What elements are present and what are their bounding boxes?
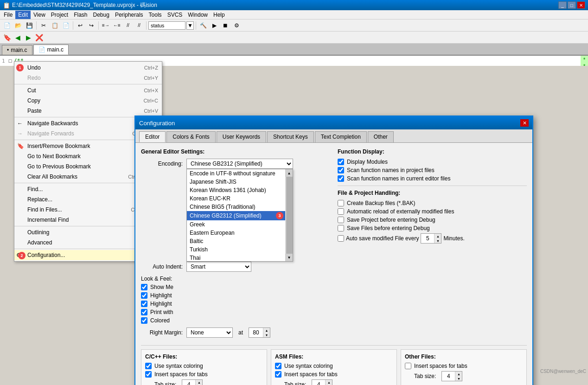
insert-spaces-asm-checkbox[interactable] bbox=[275, 371, 281, 378]
tab-text-completion[interactable]: Text Completion bbox=[315, 131, 367, 142]
use-syntax-cpp-checkbox[interactable] bbox=[145, 363, 152, 369]
menu-view[interactable]: View bbox=[31, 11, 48, 19]
menu-window[interactable]: Window bbox=[185, 11, 211, 19]
bookmark-btn[interactable]: 🔖 bbox=[2, 33, 12, 42]
minimize-button[interactable]: _ bbox=[558, 1, 567, 9]
tab-shortcut-keys[interactable]: Shortcut Keys bbox=[267, 131, 314, 142]
undo-btn[interactable]: ↩ bbox=[75, 21, 85, 30]
create-backup-checkbox[interactable] bbox=[338, 200, 344, 206]
right-margin-select[interactable]: None bbox=[186, 327, 233, 338]
auto-indent-select[interactable]: Smart bbox=[186, 262, 251, 272]
prev-bookmark-btn[interactable]: ◀ bbox=[13, 33, 23, 42]
at-spin-down[interactable]: ▼ bbox=[263, 333, 270, 337]
open-btn[interactable]: 📂 bbox=[13, 21, 23, 30]
save-btn[interactable]: 💾 bbox=[24, 21, 34, 30]
menu-project[interactable]: Project bbox=[48, 11, 71, 19]
maximize-button[interactable]: □ bbox=[568, 1, 576, 9]
close-button[interactable]: ✕ bbox=[577, 1, 585, 9]
enc-opt-2[interactable]: Korean Windows 1361 (Johab) bbox=[187, 186, 293, 194]
enc-opt-0[interactable]: Encode in UTF-8 without signature bbox=[187, 169, 293, 178]
debug-btn[interactable]: ▶ bbox=[209, 21, 219, 30]
tab-user-keywords[interactable]: User Keywords bbox=[217, 131, 266, 142]
dialog-close-button[interactable]: ✕ bbox=[520, 119, 529, 127]
tab-size-other-up[interactable]: ▲ bbox=[455, 372, 462, 376]
tab-size-other-input[interactable] bbox=[442, 372, 455, 381]
fold-btn[interactable]: □ bbox=[9, 58, 12, 64]
auto-save-spin-down[interactable]: ▼ bbox=[435, 238, 441, 243]
show-me-checkbox[interactable] bbox=[141, 284, 147, 290]
enc-opt-8[interactable]: Baltic bbox=[187, 237, 293, 245]
menu-debug[interactable]: Debug bbox=[90, 11, 112, 19]
enc-opt-6[interactable]: Greek bbox=[187, 220, 293, 229]
tab-size-other-down[interactable]: ▼ bbox=[455, 376, 462, 381]
highlight1-checkbox[interactable] bbox=[141, 292, 147, 299]
save-project-checkbox[interactable] bbox=[338, 217, 344, 223]
file-tab-1[interactable]: 📄 main.c bbox=[33, 45, 69, 55]
build-btn[interactable]: 🔨 bbox=[198, 21, 208, 30]
at-spin-up[interactable]: ▲ bbox=[263, 328, 270, 333]
menu-redo[interactable]: Redo Ctrl+Y bbox=[14, 73, 162, 83]
uncomment-btn[interactable]: // bbox=[134, 21, 144, 30]
paste-btn[interactable]: 📄 bbox=[61, 21, 71, 30]
use-syntax-asm-checkbox[interactable] bbox=[275, 363, 281, 369]
indent-btn[interactable]: ≡→ bbox=[101, 21, 111, 30]
auto-save-checkbox[interactable] bbox=[338, 235, 344, 242]
menu-file[interactable]: File bbox=[1, 11, 15, 19]
comment-btn[interactable]: // bbox=[123, 21, 133, 30]
cut-btn[interactable]: ✂ bbox=[38, 21, 49, 30]
scan-editor-checkbox[interactable] bbox=[338, 175, 344, 182]
colored-checkbox[interactable] bbox=[141, 317, 147, 324]
menu-undo[interactable]: 1 Undo Ctrl+Z bbox=[14, 63, 162, 73]
insert-spaces-cpp-checkbox[interactable] bbox=[145, 371, 152, 378]
enc-opt-4[interactable]: Chinese BIG5 (Traditional) bbox=[187, 203, 293, 211]
enc-opt-10[interactable]: Thai bbox=[187, 254, 293, 262]
tab-size-cpp-input[interactable] bbox=[182, 380, 195, 385]
tab-editor[interactable]: Editor bbox=[139, 131, 166, 142]
save-files-checkbox[interactable] bbox=[338, 225, 344, 231]
unindent-btn[interactable]: ←≡ bbox=[112, 21, 122, 30]
insert-spaces-other-checkbox[interactable] bbox=[405, 363, 411, 369]
auto-save-label: Auto save modified File every bbox=[346, 235, 419, 242]
menu-cut[interactable]: Cut Ctrl+X bbox=[14, 85, 162, 96]
menu-tools[interactable]: Tools bbox=[146, 11, 165, 19]
tab-colors-fonts[interactable]: Colors & Fonts bbox=[166, 131, 215, 142]
stop-btn[interactable]: ⏹ bbox=[220, 21, 230, 30]
settings-btn[interactable]: ⚙ bbox=[231, 21, 242, 30]
file-tab-0[interactable]: • main.c bbox=[2, 45, 32, 55]
scroll-down-btn[interactable]: ▼ bbox=[286, 254, 293, 261]
menu-paste[interactable]: Paste Ctrl+V bbox=[14, 106, 162, 116]
status-input[interactable] bbox=[148, 21, 185, 30]
encoding-select[interactable]: Chinese GB2312 (Simplified) bbox=[186, 159, 293, 169]
at-value-input[interactable] bbox=[249, 328, 263, 337]
enc-opt-5[interactable]: Chinese GB2312 (Simplified) 3 bbox=[187, 211, 293, 220]
redo-btn[interactable]: ↪ bbox=[86, 21, 96, 30]
menu-copy[interactable]: Copy Ctrl+C bbox=[14, 96, 162, 106]
display-modules-checkbox[interactable] bbox=[338, 159, 344, 165]
enc-opt-3[interactable]: Korean EUC-KR bbox=[187, 194, 293, 203]
menu-edit[interactable]: Edit bbox=[15, 11, 31, 19]
auto-reload-checkbox[interactable] bbox=[338, 208, 344, 215]
scroll-up-btn[interactable]: ▲ bbox=[286, 169, 293, 177]
auto-save-value-input[interactable] bbox=[421, 234, 434, 243]
tab-other[interactable]: Other bbox=[368, 131, 394, 142]
auto-save-spin-up[interactable]: ▲ bbox=[435, 234, 441, 238]
print-with-checkbox[interactable] bbox=[141, 309, 147, 315]
tab-size-asm-up[interactable]: ▲ bbox=[326, 380, 332, 385]
menu-flash[interactable]: Flash bbox=[71, 11, 90, 19]
copy-btn[interactable]: 📋 bbox=[50, 21, 60, 30]
new-file-btn[interactable]: 📄 bbox=[2, 21, 12, 30]
highlight2-checkbox[interactable] bbox=[141, 301, 147, 307]
scan-project-checkbox[interactable] bbox=[338, 167, 344, 173]
tab-size-asm-input[interactable] bbox=[312, 380, 325, 385]
menu-svcs[interactable]: SVCS bbox=[165, 11, 185, 19]
menu-help[interactable]: Help bbox=[211, 11, 228, 19]
menu-peripherals[interactable]: Peripherals bbox=[112, 11, 146, 19]
next-bookmark-btn[interactable]: ▶ bbox=[23, 33, 33, 42]
clear-bookmark-btn[interactable]: ❌ bbox=[34, 33, 44, 42]
enc-opt-9[interactable]: Turkish bbox=[187, 245, 293, 254]
enc-opt-1[interactable]: Japanese Shift-JIS bbox=[187, 178, 293, 186]
undo-shortcut: Ctrl+Z bbox=[144, 65, 158, 71]
tab-size-cpp-up[interactable]: ▲ bbox=[196, 380, 202, 385]
enc-opt-7[interactable]: Eastern European bbox=[187, 229, 293, 237]
status-dropdown[interactable]: ▼ bbox=[186, 21, 194, 30]
